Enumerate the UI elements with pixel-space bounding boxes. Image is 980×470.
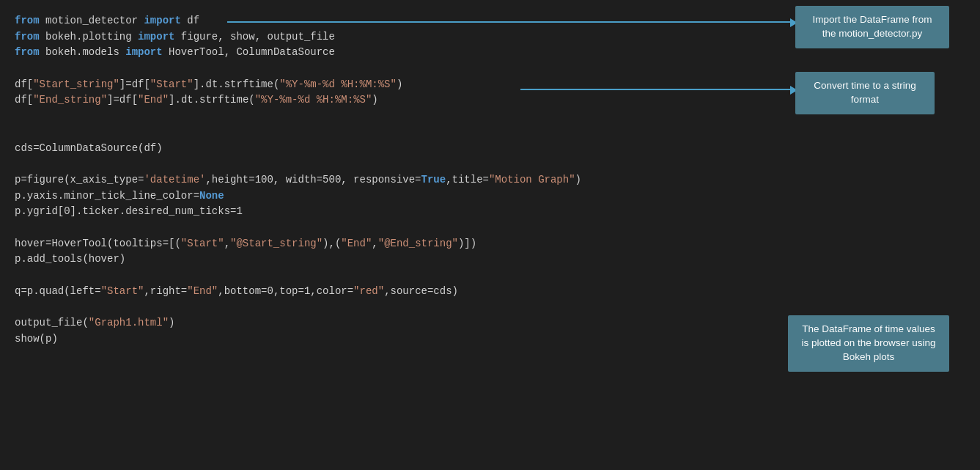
arrow-import	[227, 21, 792, 23]
import-annotation-box: Import the DataFrame from the motion_det…	[795, 6, 949, 48]
code-empty-7	[15, 299, 965, 315]
main-container: from motion_detector import df from boke…	[0, 0, 980, 470]
code-line-6: cds=ColumnDataSource(df)	[15, 141, 965, 157]
code-line-11: p.add_tools(hover)	[15, 251, 965, 268]
code-panel: from motion_detector import df from boke…	[0, 0, 980, 470]
code-empty-4	[15, 156, 965, 172]
code-line-8: p.yaxis.minor_tick_line_color=None	[15, 188, 965, 205]
code-line-12: q=p.quad(left="Start",right="End",bottom…	[15, 284, 965, 300]
convert-annotation-box: Convert time to a string format	[795, 72, 935, 114]
code-line-7: p=figure(x_axis_type='datetime',height=1…	[15, 172, 965, 188]
code-empty-5	[15, 220, 965, 236]
bokeh-annotation-box: The DataFrame of time values is plotted …	[788, 315, 949, 372]
code-empty-6	[15, 268, 965, 284]
code-line-10: hover=HoverTool(tooltips=[("Start","@Sta…	[15, 236, 965, 252]
code-line-9: p.ygrid[0].ticker.desired_num_ticks=1	[15, 204, 965, 220]
arrow-convert	[520, 89, 792, 90]
code-empty-3	[15, 125, 965, 141]
